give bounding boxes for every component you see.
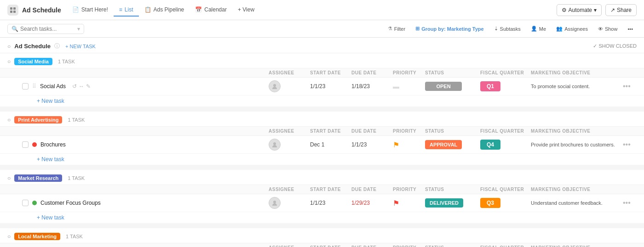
user-icon: 👤	[531, 26, 537, 32]
assignees-icon: 👥	[556, 26, 563, 32]
section-social-media: ○ Social Media 1 TASK ASSIGNEE START DAT…	[0, 53, 644, 107]
table-row: ⠿ Social Ads ↺ ↔ ✎ 1/1/23 1/18/23 ▬ OPEN	[0, 78, 644, 95]
section-toggle-print[interactable]: ○	[7, 117, 11, 123]
calendar-icon: 📅	[195, 6, 202, 13]
automate-button[interactable]: ⚙ Automate ▾	[557, 4, 602, 16]
section-market-research: ○ Market Research 1 TASK ASSIGNEE START …	[0, 170, 644, 224]
more-button[interactable]: •••	[623, 140, 637, 149]
assignee-cell	[269, 139, 310, 151]
main-content: ○ Ad Schedule ⓘ + NEW TASK ✓ SHOW CLOSED…	[0, 38, 644, 247]
due-date-cell: 1/29/23	[351, 200, 393, 206]
svg-point-5	[273, 142, 276, 145]
spacer-3	[0, 224, 644, 228]
section-local-marketing: ○ Local Marketing 1 TASK ASSIGNEE START …	[0, 228, 644, 247]
drag-handle[interactable]: ⠿	[32, 83, 36, 90]
col-task	[22, 70, 269, 75]
section-toggle-social[interactable]: ○	[7, 58, 11, 65]
task-name[interactable]: Customer Focus Groups	[40, 200, 101, 206]
task-checkbox[interactable]	[22, 141, 29, 148]
due-date-cell: 1/18/23	[351, 83, 393, 90]
task-name[interactable]: Social Ads	[40, 83, 66, 90]
assignee-cell	[269, 197, 310, 209]
edit-icon[interactable]: ✎	[86, 83, 91, 90]
task-name-cell: Brochures	[7, 141, 269, 148]
col-fiscal-quarter: FISCAL QUARTER	[480, 70, 531, 75]
more-button[interactable]: •••	[623, 199, 637, 207]
section-toggle-market[interactable]: ○	[7, 175, 11, 181]
assignees-button[interactable]: 👥 Assignees	[552, 24, 592, 34]
col-priority: PRIORITY	[393, 70, 425, 75]
automate-icon: ⚙	[562, 7, 567, 13]
top-nav: Ad Schedule 📄 Start Here! ≡ List 📋 Ads P…	[0, 0, 644, 20]
start-date-cell: 1/1/23	[310, 200, 351, 206]
col-due-date: DUE DATE	[351, 70, 393, 75]
search-box[interactable]: 🔍 ▾	[7, 24, 84, 34]
task-checkbox[interactable]	[22, 200, 29, 206]
toolbar: 🔍 ▾ ⚗ Filter ⊞ Group by: Marketing Type …	[0, 20, 644, 38]
doc-icon: 📄	[72, 6, 79, 13]
dependency-icon[interactable]: ↔	[79, 83, 84, 90]
priority-cell: ⚑	[393, 199, 425, 208]
list-icon: ≡	[119, 6, 122, 13]
repeat-icon[interactable]: ↺	[72, 83, 77, 90]
col-marketing-obj: MARKETING OBJECTIVE	[531, 70, 623, 75]
filter-icon: ⚗	[388, 26, 392, 32]
search-input[interactable]	[20, 26, 75, 32]
group-by-button[interactable]: ⊞ Group by: Marketing Type	[412, 24, 487, 34]
more-options-button[interactable]: •••	[624, 24, 637, 34]
info-icon: ⓘ	[54, 42, 60, 50]
svg-rect-1	[13, 7, 16, 10]
quarter-badge: Q4	[480, 140, 500, 150]
me-button[interactable]: 👤 Me	[527, 24, 550, 34]
tab-start-here[interactable]: 📄 Start Here!	[67, 4, 114, 17]
table-row: Customer Focus Groups 1/1/23 1/29/23 ⚑ D…	[0, 194, 644, 212]
col-actions	[623, 70, 637, 75]
task-checkbox[interactable]	[22, 83, 29, 90]
new-task-row-social[interactable]: + New task	[0, 95, 644, 107]
filter-button[interactable]: ⚗ Filter	[384, 24, 409, 34]
share-icon: ↗	[610, 7, 615, 13]
quarter-cell: Q1	[480, 81, 531, 91]
section-badge-social: Social Media	[14, 58, 52, 65]
tab-add-view[interactable]: + View	[232, 4, 260, 17]
nav-right: ⚙ Automate ▾ ↗ Share	[557, 4, 637, 16]
tab-list[interactable]: ≡ List	[114, 4, 139, 17]
status-badge: APPROVAL	[425, 140, 462, 149]
status-cell: DELIVERED	[425, 198, 480, 208]
toolbar-right: ⚗ Filter ⊞ Group by: Marketing Type ⇣ Su…	[384, 24, 637, 34]
chevron-down-icon: ▾	[77, 26, 80, 32]
group-icon: ⊞	[415, 26, 420, 32]
section-count-social: 1 TASK	[58, 59, 75, 64]
task-priority-dot	[32, 142, 37, 147]
more-button[interactable]: •••	[623, 82, 637, 90]
task-name[interactable]: Brochures	[40, 141, 66, 148]
share-button[interactable]: ↗ Share	[605, 4, 637, 16]
new-task-row-market[interactable]: + New task	[0, 212, 644, 224]
task-priority-dot	[32, 201, 37, 205]
quarter-badge: Q3	[480, 198, 500, 208]
show-button[interactable]: 👁 Show	[594, 24, 621, 34]
task-name-cell: Customer Focus Groups	[7, 200, 269, 206]
new-task-row-print[interactable]: + New task	[0, 154, 644, 165]
subtasks-button[interactable]: ⇣ Subtasks	[490, 24, 524, 34]
new-task-button[interactable]: + NEW TASK	[65, 44, 96, 49]
page-toggle[interactable]: ○	[7, 43, 11, 50]
avatar	[269, 80, 281, 92]
col-headers-local: ASSIGNEE START DATE DUE DATE PRIORITY ST…	[0, 243, 644, 247]
section-print-advertising: ○ Print Advertising 1 TASK ASSIGNEE STAR…	[0, 112, 644, 165]
quarter-cell: Q4	[480, 140, 531, 150]
section-badge-local: Local Marketing	[14, 233, 60, 240]
avatar	[269, 139, 281, 151]
status-badge: OPEN	[425, 82, 462, 91]
col-headers-market: ASSIGNEE START DATE DUE DATE PRIORITY ST…	[0, 185, 644, 194]
quarter-cell: Q3	[480, 198, 531, 208]
tab-calendar[interactable]: 📅 Calendar	[190, 4, 232, 17]
tab-ads-pipeline[interactable]: 📋 Ads Pipeline	[139, 4, 190, 17]
marketing-obj-cell: To promote social content.	[531, 84, 623, 89]
show-closed-button[interactable]: ✓ SHOW CLOSED	[593, 43, 637, 49]
section-toggle-local[interactable]: ○	[7, 233, 11, 240]
section-header-local: ○ Local Marketing 1 TASK	[0, 228, 644, 243]
page-header: ○ Ad Schedule ⓘ + NEW TASK ✓ SHOW CLOSED	[0, 38, 644, 53]
svg-rect-3	[13, 11, 16, 13]
svg-rect-0	[10, 7, 12, 10]
